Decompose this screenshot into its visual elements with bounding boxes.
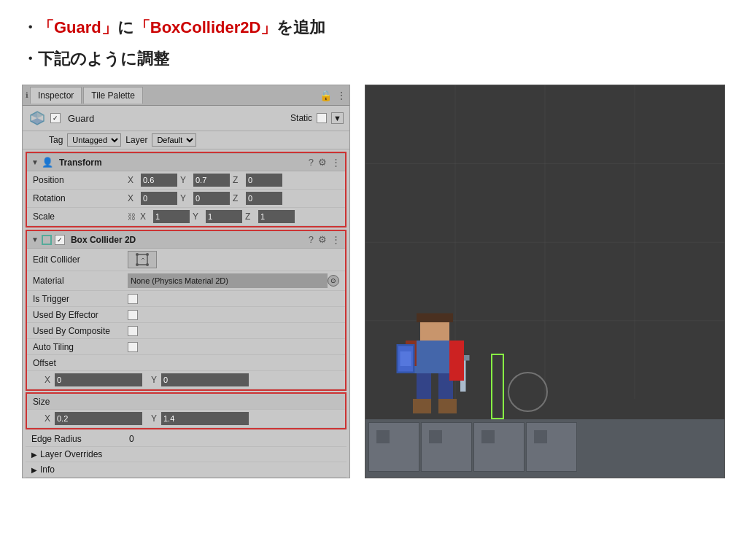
size-x-input[interactable]: [55, 412, 142, 425]
collider-menu-icon[interactable]: ⋮: [331, 234, 341, 245]
collider-right-icons: ? ⚙ ⋮: [309, 234, 341, 245]
position-y-input[interactable]: [193, 174, 230, 187]
collider-box-icon: [42, 235, 52, 245]
size-y-input[interactable]: [161, 412, 249, 425]
material-field: None (Physics Material 2D): [128, 273, 328, 288]
lock-icon[interactable]: 🔒: [320, 90, 332, 101]
collider-help-icon[interactable]: ?: [309, 234, 314, 245]
offset-y-label: Y: [151, 375, 161, 385]
tab-inspector[interactable]: Inspector: [30, 87, 82, 104]
transform-title: Transform: [59, 158, 306, 168]
inspector-tabs: ℹ Inspector Tile Palette 🔒 ⋮: [23, 85, 349, 106]
auto-tiling-label: Auto Tiling: [33, 342, 128, 352]
info-triangle: ▶: [31, 466, 37, 474]
tile-4: [526, 422, 577, 472]
svg-marker-2: [31, 112, 37, 118]
rotation-z-input[interactable]: [246, 192, 282, 205]
scale-z-input[interactable]: [258, 210, 295, 223]
transform-triangle[interactable]: ▼: [31, 158, 39, 166]
offset-label: Offset: [33, 358, 128, 368]
layer-overrides-label: Layer Overrides: [40, 449, 102, 459]
rotation-x-input[interactable]: [141, 192, 177, 205]
collider-box-outline: [491, 354, 504, 419]
collider-settings-icon[interactable]: ⚙: [318, 234, 327, 245]
layer-label: Layer: [125, 135, 147, 145]
size-section: Size X Y: [26, 392, 347, 429]
menu-icon[interactable]: ⋮: [336, 90, 347, 101]
used-by-composite-checkbox[interactable]: [128, 326, 138, 336]
rotation-label: Rotation: [33, 193, 128, 203]
position-row: Position X Y Z: [27, 171, 345, 190]
collider-enabled-checkbox[interactable]: [55, 235, 65, 245]
position-values: X Y Z: [128, 174, 282, 187]
static-dropdown[interactable]: ▼: [331, 112, 344, 124]
transform-settings-icon[interactable]: ⚙: [318, 157, 327, 168]
game-view: [365, 85, 725, 478]
material-select-button[interactable]: ⊙: [328, 275, 339, 287]
used-by-effector-row: Used By Effector: [27, 307, 345, 323]
tag-layer-row: Tag Untagged Layer Default: [23, 131, 349, 149]
scale-row: Scale ⛓ X Y Z: [27, 208, 345, 226]
auto-tiling-checkbox[interactable]: [128, 342, 138, 352]
collider-triangle[interactable]: ▼: [31, 236, 39, 244]
svg-point-5: [136, 253, 139, 256]
edit-collider-label: Edit Collider: [33, 254, 128, 265]
used-by-effector-checkbox[interactable]: [128, 310, 138, 320]
position-label: Position: [33, 175, 128, 185]
scale-z-label: Z: [245, 211, 255, 222]
tab-tile-palette[interactable]: Tile Palette: [83, 87, 143, 104]
material-label: Material: [33, 276, 128, 286]
scale-y-input[interactable]: [206, 210, 242, 223]
rot-x-label: X: [128, 193, 138, 203]
svg-rect-29: [449, 341, 464, 381]
svg-point-7: [136, 263, 139, 266]
svg-rect-27: [413, 399, 431, 413]
guard-enabled-checkbox[interactable]: [50, 113, 61, 123]
svg-rect-16: [417, 314, 453, 323]
offset-x-input[interactable]: [55, 373, 142, 386]
pos-x-label: X: [128, 175, 138, 185]
box-collider-section: ▼ Box Collider 2D ? ⚙ ⋮ Edit Collider: [26, 230, 347, 391]
transform-menu-icon[interactable]: ⋮: [331, 157, 341, 168]
edit-collider-icon: [135, 252, 150, 267]
collider-ellipse: [508, 372, 548, 412]
platform: [365, 419, 724, 478]
transform-help-icon[interactable]: ?: [309, 157, 314, 168]
pos-y-label: Y: [180, 175, 190, 185]
rot-y-label: Y: [180, 193, 190, 203]
position-z-input[interactable]: [246, 174, 282, 187]
tile-3: [473, 422, 525, 472]
rot-z-label: Z: [233, 193, 243, 203]
info-row[interactable]: ▶ Info: [26, 462, 347, 478]
edge-radius-label: Edge Radius: [31, 434, 126, 444]
tag-label: Tag: [49, 135, 63, 145]
is-trigger-checkbox[interactable]: [128, 294, 138, 304]
rotation-values: X Y Z: [128, 192, 282, 205]
edit-collider-button[interactable]: [128, 251, 157, 268]
position-x-input[interactable]: [141, 174, 177, 187]
inspector-panel: ℹ Inspector Tile Palette 🔒 ⋮: [22, 85, 350, 478]
bullet-2: ・下記のように調整: [22, 46, 725, 71]
svg-rect-4: [137, 254, 147, 265]
offset-y-input[interactable]: [161, 373, 249, 386]
pos-z-label: Z: [233, 175, 243, 185]
layer-overrides-row[interactable]: ▶ Layer Overrides: [26, 447, 347, 462]
scale-y-label: Y: [193, 211, 203, 222]
size-label-row: Size: [27, 394, 345, 410]
material-row: Material None (Physics Material 2D) ⊙: [27, 271, 345, 291]
auto-tiling-row: Auto Tiling: [27, 339, 345, 355]
layer-select[interactable]: Default: [152, 133, 196, 147]
tag-select[interactable]: Untagged: [67, 133, 121, 147]
size-label: Size: [33, 397, 128, 407]
guard-text: 「Guard」: [38, 18, 117, 36]
is-trigger-label: Is Trigger: [33, 294, 128, 304]
rotation-y-input[interactable]: [193, 192, 230, 205]
static-checkbox[interactable]: [317, 113, 327, 123]
guard-name-input[interactable]: [65, 111, 286, 125]
scale-x-input[interactable]: [153, 210, 190, 223]
guard-header: Static ▼: [23, 106, 349, 131]
edge-radius-row: Edge Radius 0: [26, 431, 347, 447]
tile-2: [421, 422, 472, 472]
is-trigger-row: Is Trigger: [27, 291, 345, 307]
content-area: ℹ Inspector Tile Palette 🔒 ⋮: [22, 85, 725, 478]
